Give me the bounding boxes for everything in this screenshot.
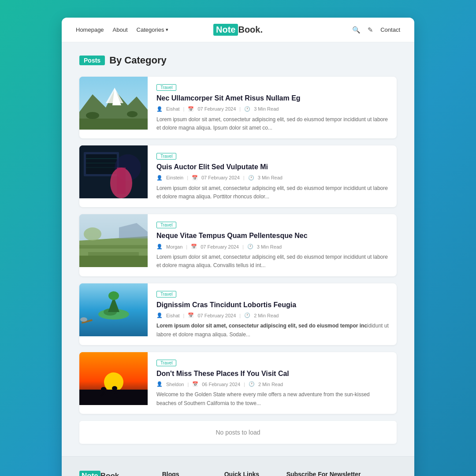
- post-read-2: 3 Min Read: [258, 175, 283, 180]
- post-card-4[interactable]: Travel Dignissim Cras Tincidunt Lobortis…: [79, 283, 397, 345]
- post-card-1[interactable]: Travel Nec Ullamcorper Sit Amet Risus Nu…: [79, 77, 397, 138]
- site-logo: NoteBook.: [213, 24, 263, 36]
- post-clock-icon-4: 🕐: [244, 312, 250, 318]
- post-date-icon-3: 📅: [191, 244, 197, 249]
- svg-point-6: [127, 111, 138, 117]
- post-tag-5: Travel: [156, 360, 176, 366]
- svg-rect-21: [88, 252, 139, 256]
- post-date-icon-2: 📅: [192, 175, 198, 181]
- svg-rect-22: [79, 256, 148, 267]
- post-tag-4: Travel: [156, 291, 176, 298]
- post-tag-2: Travel: [156, 153, 176, 160]
- post-date-icon-5: 📅: [192, 381, 198, 387]
- post-author-3: Morgan: [166, 244, 182, 249]
- footer-quick-links-title: Quick Links: [224, 471, 276, 476]
- post-clock-icon-3: 🕐: [247, 244, 253, 249]
- post-read-5: 2 Min Read: [258, 382, 283, 387]
- svg-point-18: [84, 227, 101, 241]
- footer-blogs-col: Blogs Travel Technology Lifestyle Fashio…: [162, 471, 214, 476]
- post-title-2: Quis Auctor Elit Sed Vulputate Mi: [156, 163, 390, 172]
- post-excerpt-5: Welcome to the Golden State where every …: [156, 390, 390, 407]
- post-meta-1: 👤 Eishat | 📅 07 February 2024 | 🕐 3 Min …: [156, 106, 390, 112]
- footer-blogs-title: Blogs: [162, 471, 214, 476]
- post-author-icon-2: 👤: [156, 175, 163, 181]
- posts-badge: Posts: [79, 56, 105, 65]
- post-read-3: 3 Min Read: [257, 244, 282, 249]
- post-image-2: [79, 145, 148, 198]
- post-author-icon-1: 👤: [156, 106, 163, 112]
- post-tag-3: Travel: [156, 222, 176, 228]
- post-image-1: [79, 77, 148, 130]
- post-date-4: 07 February 2024: [197, 313, 236, 318]
- footer-quick-links-col: Quick Links FAQ Terms & Conditions Suppo…: [224, 471, 276, 476]
- footer-logo: NoteBook.: [79, 471, 152, 476]
- nav-homepage[interactable]: Homepage: [76, 26, 104, 33]
- post-author-icon-3: 👤: [156, 244, 163, 249]
- nav-about[interactable]: About: [113, 26, 128, 33]
- footer: NoteBook. Did you come here for somethin…: [62, 456, 414, 476]
- navbar: Homepage About Categories ▾ NoteBook. 🔍 …: [62, 18, 414, 42]
- post-meta-5: 👤 Sheldon | 📅 06 February 2024 | 🕐 2 Min…: [156, 381, 390, 387]
- nav-categories[interactable]: Categories ▾: [137, 26, 169, 33]
- post-clock-icon-1: 🕐: [244, 106, 250, 112]
- nav-left: Homepage About Categories ▾: [76, 26, 168, 33]
- svg-point-28: [108, 291, 119, 300]
- post-clock-icon-2: 🕐: [248, 175, 254, 181]
- footer-newsletter-title: Subscribe For Newsletter: [286, 471, 397, 476]
- svg-rect-19: [79, 245, 148, 249]
- post-meta-3: 👤 Morgan | 📅 07 February 2024 | 🕐 3 Min …: [156, 244, 390, 249]
- nav-contact[interactable]: Contact: [380, 26, 400, 33]
- post-body-4: Travel Dignissim Cras Tincidunt Lobortis…: [156, 283, 397, 345]
- edit-icon[interactable]: ✎: [368, 26, 373, 34]
- post-title-5: Don't Miss These Places If You Visit Cal: [156, 369, 390, 379]
- post-title-4: Dignissim Cras Tincidunt Lobortis Feugia: [156, 301, 390, 310]
- no-posts-message: No posts to load: [79, 421, 397, 444]
- page-title: By Category: [109, 55, 167, 66]
- svg-rect-4: [79, 119, 148, 130]
- post-body-2: Travel Quis Auctor Elit Sed Vulputate Mi…: [156, 145, 397, 207]
- post-read-1: 3 Min Read: [254, 106, 279, 112]
- post-body-3: Travel Neque Vitae Tempus Quam Pellentes…: [156, 214, 397, 276]
- post-card-5[interactable]: Travel Don't Miss These Places If You Vi…: [79, 352, 397, 414]
- svg-point-30: [80, 317, 87, 322]
- post-title-3: Neque Vitae Tempus Quam Pellentesque Nec: [156, 231, 390, 241]
- svg-point-5: [86, 112, 99, 119]
- main-content: Posts By Category T: [62, 42, 414, 456]
- post-body-1: Travel Nec Ullamcorper Sit Amet Risus Nu…: [156, 77, 397, 138]
- post-author-1: Eishat: [166, 106, 180, 112]
- svg-rect-20: [84, 249, 143, 252]
- footer-brand: NoteBook. Did you come here for somethin…: [79, 471, 152, 476]
- post-date-5: 06 February 2024: [202, 382, 240, 387]
- chevron-down-icon: ▾: [166, 27, 168, 33]
- post-card-3[interactable]: Travel Neque Vitae Tempus Quam Pellentes…: [79, 214, 397, 276]
- post-author-icon-4: 👤: [156, 312, 163, 318]
- svg-point-39: [112, 386, 117, 390]
- post-author-icon-5: 👤: [156, 381, 163, 387]
- post-excerpt-4: Lorem ipsum dolor sit amet, consectetur …: [156, 322, 390, 338]
- post-image-4: [79, 283, 148, 336]
- nav-right: 🔍 ✎ Contact: [352, 26, 400, 34]
- post-tag-1: Travel: [156, 84, 176, 91]
- post-excerpt-3: Lorem ipsum dolor sit amet, consectetur …: [156, 253, 390, 270]
- post-date-1: 07 February 2024: [197, 106, 236, 112]
- svg-rect-15: [117, 167, 126, 194]
- svg-point-34: [101, 387, 106, 391]
- post-image-3: [79, 214, 148, 267]
- post-date-icon-1: 📅: [188, 106, 194, 112]
- post-author-2: Einstein: [166, 175, 183, 180]
- post-author-4: Eishat: [166, 313, 180, 318]
- page-heading: Posts By Category: [79, 55, 397, 66]
- post-date-icon-4: 📅: [188, 312, 194, 318]
- post-date-2: 07 February 2024: [201, 175, 240, 180]
- post-read-4: 2 Min Read: [254, 313, 279, 318]
- svg-rect-9: [86, 154, 117, 174]
- footer-grid: NoteBook. Did you come here for somethin…: [79, 471, 397, 476]
- post-date-3: 07 February 2024: [201, 244, 239, 249]
- post-meta-2: 👤 Einstein | 📅 07 February 2024 | 🕐 3 Mi…: [156, 175, 390, 181]
- post-body-5: Travel Don't Miss These Places If You Vi…: [156, 352, 397, 414]
- post-excerpt-1: Lorem ipsum dolor sit amet, consectetur …: [156, 115, 390, 132]
- post-card-2[interactable]: Travel Quis Auctor Elit Sed Vulputate Mi…: [79, 145, 397, 207]
- search-icon[interactable]: 🔍: [352, 26, 361, 34]
- post-author-5: Sheldon: [166, 382, 184, 387]
- post-clock-icon-5: 🕐: [249, 381, 255, 387]
